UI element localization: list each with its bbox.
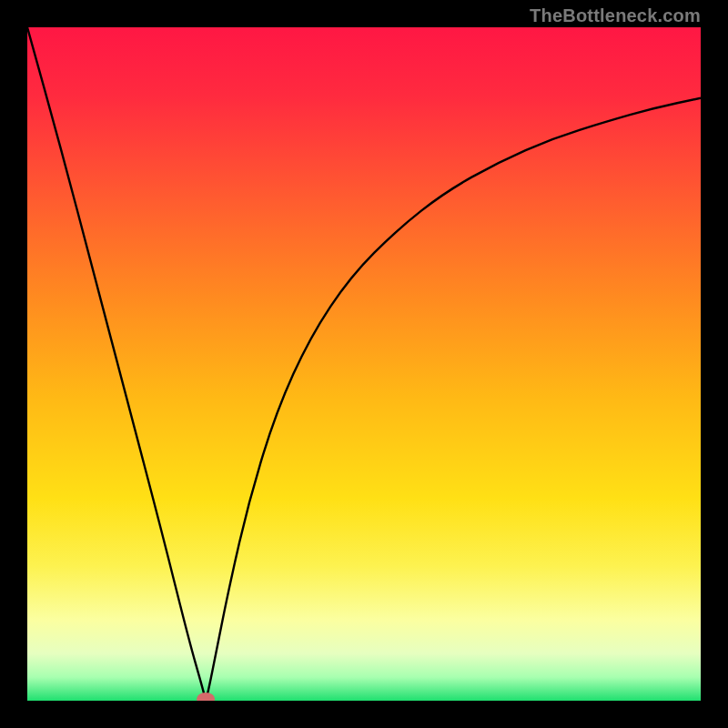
bottleneck-chart xyxy=(27,27,701,701)
watermark-text: TheBottleneck.com xyxy=(530,5,701,26)
gradient-background xyxy=(27,27,701,701)
chart-frame xyxy=(27,27,701,701)
